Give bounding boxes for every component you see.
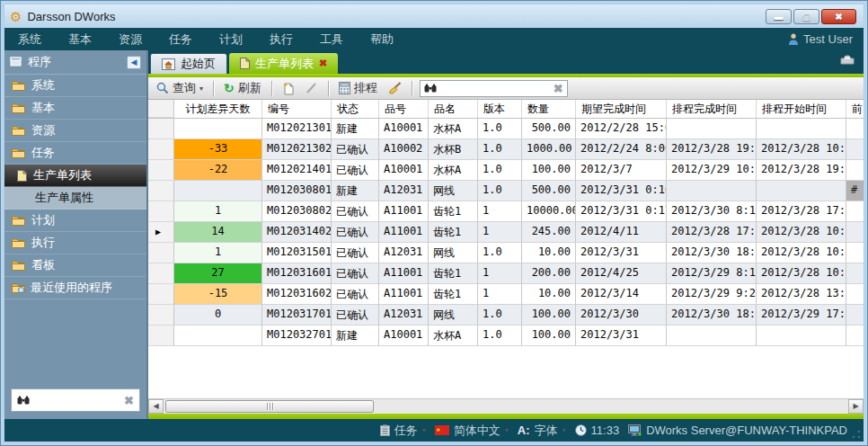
user-name: Test User [803,32,853,46]
table-row[interactable]: M012021301新建A10001水杯A1.0500.002012/2/28 … [148,119,864,139]
sidebar-item-system[interactable]: 系统 [4,75,146,97]
program-icon [10,57,22,67]
sidebar-search-input[interactable] [34,393,120,407]
new-button[interactable]: ✶ [279,81,297,96]
tab-label: 起始页 [181,56,216,72]
table-row[interactable]: -22M012021401已确认A10001水杯A1.0100.002012/3… [148,160,864,181]
sidebar-item-basic[interactable]: 基本 [4,97,146,120]
task-dropdown-icon[interactable]: ▾ [422,426,426,434]
sidebar-item-execution[interactable]: 执行 [4,232,146,254]
menu-item-execution[interactable]: 执行 [256,31,306,48]
cell-status: 已确认 [332,305,379,326]
table-row[interactable]: 1M012031501已确认A12031网线1.010.002012/3/312… [148,243,864,263]
filter-search-input[interactable] [440,81,550,95]
menu-item-basic[interactable]: 基本 [55,31,105,48]
table-row[interactable]: -15M012031602已确认A11001齿轮1110.002012/3/14… [148,284,864,305]
cell-expect: 2012/4/11 [576,222,667,243]
clean-button[interactable] [385,81,404,95]
row-selector-cell[interactable] [148,181,174,201]
row-selector-cell[interactable] [148,263,174,284]
scroll-left-button[interactable]: ◀ [148,399,164,414]
column-header-item_no[interactable]: 品号 [379,100,429,118]
server-status[interactable]: DWorks Server@FUNWAY-THINKPAD [628,424,847,437]
language-menu[interactable]: ★ 简体中文 ▾ [435,423,509,439]
sidebar-item-production-order-props[interactable]: 生产单属性 [4,187,146,210]
row-selector-cell[interactable] [148,160,174,181]
filter-search-clear-icon[interactable]: ✖ [554,82,563,95]
column-header-item_name[interactable]: 品名 [429,100,478,118]
maximize-button[interactable]: ▢ [793,9,819,24]
column-header-qty[interactable]: 数量 [522,100,576,118]
row-selector-cell[interactable] [148,326,174,346]
production-order-table: 计划差异天数编号状态品号品名版本数量期望完成时间排程完成时间排程开始时间前 M0… [148,100,864,398]
sidebar-collapse-button[interactable]: ◀ [127,56,141,69]
column-header-sched_start[interactable]: 排程开始时间 [757,100,846,118]
resize-grip[interactable] [852,430,861,439]
tab-start-page[interactable]: 起始页 [150,53,227,74]
tab-close-icon[interactable]: ✖ [319,58,327,69]
column-header-status[interactable]: 状态 [332,100,379,118]
schedule-button[interactable]: 排程 [336,79,380,97]
table-row[interactable]: 27M012031601已确认A11001齿轮11200.002012/4/25… [148,263,864,284]
sidebar-item-tasks[interactable]: 任务 [4,142,146,165]
filter-search-box: ✖ [420,80,568,97]
row-selector-cell[interactable] [148,201,174,222]
query-dropdown-icon[interactable]: ▾ [199,85,203,93]
table-row[interactable]: ▶14M012031402已确认A11001齿轮11245.002012/4/1… [148,222,864,243]
printer-icon[interactable] [840,55,855,65]
sidebar-item-planning[interactable]: 计划 [4,210,146,232]
cell-version: 1.0 [478,119,522,139]
column-header-expect[interactable]: 期望完成时间 [576,100,667,118]
table-row[interactable]: M012030801新建A12031网线1.0500.002012/3/31 0… [148,181,864,201]
sidebar-item-resources[interactable]: 资源 [4,120,146,142]
table-row[interactable]: 1M012030802已确认A11001齿轮1110000.002012/3/3… [148,201,864,222]
font-dropdown-icon[interactable]: ▾ [562,426,566,434]
sidebar-item-recent-programs[interactable]: 最近使用的程序 [4,277,146,299]
column-header-sched_end[interactable]: 排程完成时间 [667,100,757,118]
row-selector-cell[interactable] [148,243,174,263]
title-bar[interactable]: ⚙ Darsson DWorks ▬ ▢ ✖ [4,4,864,28]
sidebar-search-clear-icon[interactable]: ✖ [124,394,134,407]
menu-item-tasks[interactable]: 任务 [155,31,206,48]
clipboard-icon [380,424,390,436]
column-header-diff[interactable]: 计划差异天数 [174,100,262,118]
table-row[interactable]: M012032701新建A10001水杯A1.0100.002012/3/31 [148,326,864,346]
cell-version: 1.0 [478,326,522,346]
column-header-code[interactable]: 编号 [262,100,332,118]
cell-code: M012031601 [262,263,332,284]
tab-production-order-list[interactable]: 生产单列表✖ [229,53,338,74]
row-selector-cell[interactable] [148,139,174,160]
cell-item_name: 水杯B [429,139,478,160]
row-selector-cell[interactable] [148,305,174,326]
sidebar-item-kanban[interactable]: 看板 [4,254,146,277]
column-header-extra[interactable]: 前 [846,100,864,118]
scrollbar-thumb[interactable] [165,400,374,413]
menu-item-tools[interactable]: 工具 [306,31,357,48]
row-selector-cell[interactable]: ▶ [148,222,174,243]
sidebar-item-label: 系统 [31,77,55,94]
sidebar-item-production-order-list[interactable]: 生产单列表 [4,165,146,187]
menu-item-system[interactable]: 系统 [4,31,55,48]
query-button[interactable]: 查询 ▾ [154,79,206,97]
scrollbar-track[interactable] [164,399,848,414]
menu-item-help[interactable]: 帮助 [357,31,407,48]
language-dropdown-icon[interactable]: ▾ [505,426,509,434]
close-button[interactable]: ✖ [821,9,856,24]
task-menu[interactable]: 任务 ▾ [380,423,426,439]
table-row[interactable]: 0M012031701已确认A12031网线1.0100.002012/3/30… [148,305,864,326]
cell-expect: 2012/3/31 0:10 [576,181,667,201]
scroll-right-button[interactable]: ▶ [848,399,864,414]
table-row[interactable]: -33M012021302已确认A10002水杯B1.01000.002012/… [148,139,864,160]
menu-item-planning[interactable]: 计划 [206,31,256,48]
edit-button[interactable] [303,81,321,95]
refresh-button[interactable]: ↻ 刷新 [221,79,264,97]
row-selector-cell[interactable] [148,284,174,305]
cell-diff: -33 [174,139,262,160]
user-menu[interactable]: Test User [788,32,864,46]
cell-expect: 2012/4/25 [576,263,667,284]
minimize-button[interactable]: ▬ [766,9,792,24]
menu-item-resources[interactable]: 资源 [105,31,155,48]
column-header-version[interactable]: 版本 [478,100,522,118]
font-menu[interactable]: A: 字体 ▾ [518,423,566,439]
row-selector-cell[interactable] [148,119,174,139]
